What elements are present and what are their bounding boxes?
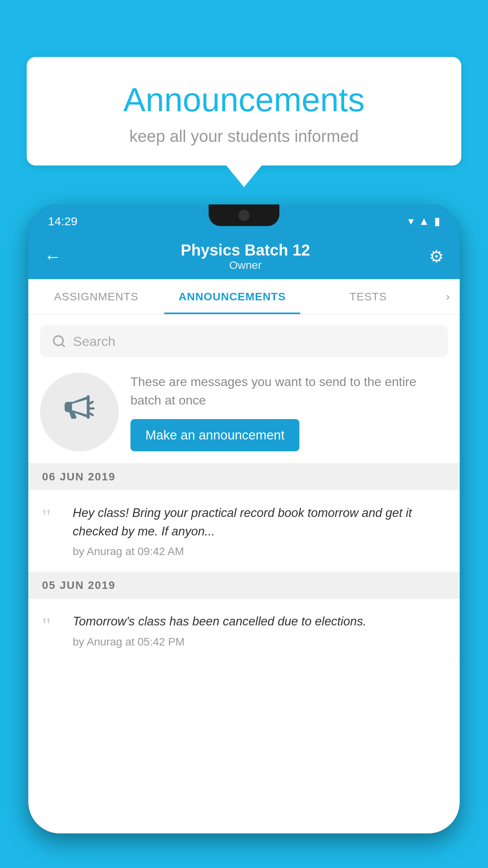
svg-line-1	[62, 344, 64, 347]
announcement-author-2: by Anurag at 05:42 PM	[73, 636, 446, 648]
content-area: Search These are messages you want to se…	[28, 314, 460, 833]
settings-button[interactable]: ⚙	[429, 247, 444, 266]
quote-icon-1: "	[42, 506, 62, 528]
phone-frame: 14:29 ▾ ▲ ▮ ← Physics Batch 12 Owner ⚙ A…	[28, 204, 460, 833]
app-bar: ← Physics Batch 12 Owner ⚙	[28, 234, 460, 279]
speech-bubble-subtitle: keep all your students informed	[58, 127, 430, 146]
promo-description: These are messages you want to send to t…	[130, 373, 448, 409]
announcement-text-1: Hey class! Bring your practical record b…	[73, 504, 446, 541]
announcement-item-1: " Hey class! Bring your practical record…	[28, 490, 460, 572]
promo-right: These are messages you want to send to t…	[130, 373, 448, 451]
signal-icon: ▲	[418, 215, 429, 228]
back-button[interactable]: ←	[44, 246, 62, 267]
battery-icon: ▮	[434, 215, 440, 228]
phone-container: 14:29 ▾ ▲ ▮ ← Physics Batch 12 Owner ⚙ A…	[28, 204, 460, 868]
app-bar-subtitle-text: Owner	[62, 259, 429, 272]
speech-bubble-container: Announcements keep all your students inf…	[27, 57, 461, 187]
speech-bubble: Announcements keep all your students inf…	[27, 57, 461, 166]
speech-bubble-title: Announcements	[58, 81, 430, 119]
wifi-icon: ▾	[408, 215, 414, 228]
promo-section: These are messages you want to send to t…	[28, 365, 460, 463]
search-bar[interactable]: Search	[40, 326, 448, 357]
promo-icon-circle	[40, 373, 119, 451]
tab-tests[interactable]: TESTS	[300, 279, 436, 314]
app-bar-title-text: Physics Batch 12	[62, 241, 429, 259]
announcement-content-2: Tomorrow's class has been cancelled due …	[73, 612, 446, 648]
speech-bubble-pointer	[226, 166, 262, 187]
megaphone-icon	[62, 391, 97, 434]
status-time: 14:29	[48, 215, 77, 228]
announcement-item-2: " Tomorrow's class has been cancelled du…	[28, 599, 460, 662]
phone-camera	[238, 210, 250, 221]
date-divider-2: 05 JUN 2019	[28, 572, 460, 599]
announcement-content-1: Hey class! Bring your practical record b…	[73, 504, 446, 558]
announcement-text-2: Tomorrow's class has been cancelled due …	[73, 612, 446, 631]
search-icon	[52, 334, 66, 348]
search-placeholder: Search	[73, 334, 116, 349]
tab-assignments[interactable]: ASSIGNMENTS	[28, 279, 164, 314]
tab-bar: ASSIGNMENTS ANNOUNCEMENTS TESTS ›	[28, 279, 460, 314]
status-icons: ▾ ▲ ▮	[408, 215, 440, 228]
make-announcement-button[interactable]: Make an announcement	[130, 419, 299, 451]
app-bar-title: Physics Batch 12 Owner	[62, 241, 429, 272]
announcement-author-1: by Anurag at 09:42 AM	[73, 545, 446, 558]
tab-announcements[interactable]: ANNOUNCEMENTS	[164, 279, 300, 314]
phone-notch	[209, 204, 279, 226]
date-divider-1: 06 JUN 2019	[28, 463, 460, 490]
tab-more[interactable]: ›	[436, 291, 460, 303]
quote-icon-2: "	[42, 614, 62, 636]
